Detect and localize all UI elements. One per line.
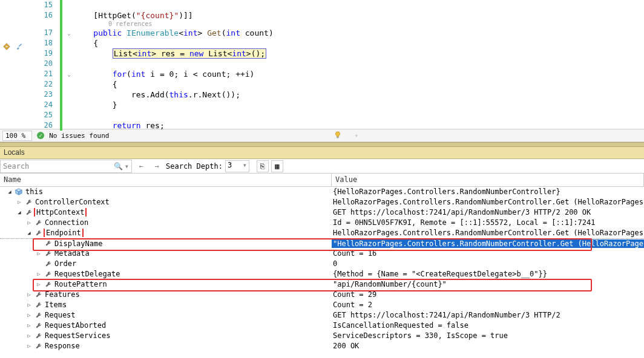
expand-toggle[interactable]: ▷ <box>25 291 33 298</box>
wrench-icon <box>34 331 42 340</box>
expand-toggle[interactable]: ▷ <box>35 250 42 257</box>
row-name: Endpoint <box>44 229 84 237</box>
locals-panel-header[interactable]: Locals <box>0 147 644 159</box>
locals-row[interactable]: ◢this{HelloRazorPages.Controllers.Random… <box>0 187 644 197</box>
wrench-icon <box>44 270 52 278</box>
toolbar-button-1[interactable]: ⎘ <box>257 160 269 172</box>
row-value: Count = 2 <box>332 301 644 309</box>
locals-row[interactable]: ▷RequestDelegate{Method = {Name = "<Crea… <box>0 269 644 279</box>
search-depth-input[interactable]: 3▾ <box>225 160 249 172</box>
row-name: ControllerContext <box>34 198 110 206</box>
column-value[interactable]: Value <box>332 174 644 186</box>
object-icon <box>15 187 23 196</box>
locals-row[interactable]: ▷RequestServicesServiceDescriptors = 330… <box>0 331 644 341</box>
row-name: Metadata <box>53 249 90 258</box>
row-name: RequestDelegate <box>53 270 120 278</box>
search-icon: 🔍 <box>114 162 123 171</box>
locals-row[interactable]: ▷RequestGET https://localhost:7241/api/R… <box>0 310 644 321</box>
expand-toggle[interactable]: ▷ <box>25 219 33 226</box>
expand-toggle[interactable]: ▷ <box>35 270 42 278</box>
wrench-icon <box>34 290 42 299</box>
toolbar-button-2[interactable]: ▦ <box>271 160 283 172</box>
expand-toggle[interactable]: ▷ <box>25 301 33 308</box>
wrench-icon <box>24 208 33 216</box>
row-name: Connection <box>44 218 88 227</box>
wrench-icon <box>44 280 52 288</box>
expand-toggle[interactable] <box>35 240 42 247</box>
panel-splitter[interactable] <box>0 142 644 147</box>
row-value: Count = 16 <box>332 249 644 258</box>
code-area[interactable]: [HttpGet("{count}")]] 0 references publi… <box>74 0 644 129</box>
locals-row[interactable]: ▷FeaturesCount = 29 <box>0 290 644 300</box>
zoom-dropdown[interactable]: 100 % <box>2 131 32 141</box>
locals-row[interactable]: ▷Response200 OK <box>0 341 644 351</box>
row-value: "HelloRazorPages.Controllers.RandomNumbe… <box>332 239 644 248</box>
wrench-icon <box>34 301 42 309</box>
expand-toggle[interactable]: ▷ <box>25 322 33 329</box>
wrench-icon <box>44 249 52 258</box>
collapse-icon[interactable]: ⌄ <box>64 28 74 38</box>
wrench-icon <box>44 239 52 248</box>
expand-toggle[interactable]: ▷ <box>25 332 33 339</box>
line-numbers: 15 16 17 18 19 20 21 22 23 24 25 26 <box>25 0 59 129</box>
search-prev-button[interactable]: ← <box>134 160 148 173</box>
locals-tree[interactable]: ◢this{HelloRazorPages.Controllers.Random… <box>0 187 644 351</box>
check-icon: ✓ <box>37 132 44 139</box>
fold-gutter[interactable]: ⌄ ⌄ <box>64 0 74 129</box>
row-value: IsCancellationRequested = false <box>332 321 644 330</box>
locals-toolbar: Search 🔍 ▾ ← → Search Depth: 3▾ ⎘ ▦ <box>0 159 644 174</box>
locals-row[interactable]: ▷MetadataCount = 16 <box>0 249 644 259</box>
locals-row[interactable]: ▷ControllerContextHelloRazorPages.Contro… <box>0 197 644 207</box>
locals-row[interactable]: DisplayName"HelloRazorPages.Controllers.… <box>0 238 644 249</box>
row-name: DisplayName <box>53 239 102 248</box>
chevron-down-icon[interactable]: ▾ <box>125 162 129 171</box>
row-name: Order <box>53 259 76 268</box>
row-value: HelloRazorPages.Controllers.RandomNumber… <box>332 198 644 206</box>
lightbulb-icon[interactable] <box>334 131 342 141</box>
wrench-icon <box>34 311 42 319</box>
row-value: 200 OK <box>332 342 644 350</box>
locals-row[interactable]: ▷ConnectionId = 0HN5LV05F7K9I, Remote = … <box>0 218 644 228</box>
expand-toggle[interactable]: ▷ <box>25 342 33 350</box>
breakpoint-marker[interactable] <box>0 41 13 51</box>
expand-toggle[interactable]: ▷ <box>35 281 42 288</box>
row-value: ServiceDescriptors = 330, IsScope = true <box>332 331 644 340</box>
locals-row[interactable]: ▷RoutePattern"api/RandomNumber/{count}" <box>0 279 644 290</box>
locals-row[interactable]: Order0 <box>0 259 644 269</box>
row-value: HelloRazorPages.Controllers.RandomNumber… <box>332 229 644 237</box>
collapse-icon[interactable]: ⌄ <box>64 69 74 79</box>
row-name: Request <box>44 311 76 319</box>
expand-toggle[interactable]: ◢ <box>16 209 23 216</box>
expand-toggle[interactable]: ◢ <box>6 188 13 195</box>
locals-grid-header[interactable]: Name Value <box>0 174 644 187</box>
expand-toggle[interactable]: ▷ <box>16 198 23 206</box>
editor-status-bar: 100 % ✓ No issues found ▾ <box>0 129 644 142</box>
row-name: RequestAborted <box>44 321 106 330</box>
search-input[interactable]: Search 🔍 ▾ <box>0 160 132 173</box>
row-name: this <box>24 187 43 196</box>
locals-row[interactable]: ◢EndpointHelloRazorPages.Controllers.Ran… <box>0 228 644 238</box>
wrench-icon <box>24 198 33 206</box>
column-name[interactable]: Name <box>0 174 332 186</box>
expand-toggle[interactable] <box>35 260 42 267</box>
codelens-refs[interactable]: 0 references <box>74 21 644 28</box>
row-value: {Method = {Name = "<CreateRequestDelegat… <box>332 270 644 278</box>
expand-toggle[interactable]: ◢ <box>25 229 33 236</box>
row-name: Features <box>44 290 80 299</box>
brush-icon <box>13 41 25 51</box>
row-name: Items <box>44 301 67 309</box>
wrench-icon <box>34 321 42 330</box>
locals-row[interactable]: ▷RequestAbortedIsCancellationRequested =… <box>0 321 644 331</box>
code-editor[interactable]: 15 16 17 18 19 20 21 22 23 24 25 26 ⌄ ⌄ … <box>0 0 644 129</box>
locals-row[interactable]: ▷ItemsCount = 2 <box>0 300 644 310</box>
row-value: "api/RandomNumber/{count}" <box>332 280 644 288</box>
svg-rect-0 <box>337 137 340 138</box>
issues-text: No issues found <box>49 132 109 140</box>
row-name: Response <box>44 342 80 350</box>
locals-row[interactable]: ◢HttpContextGET https://localhost:7241/a… <box>0 207 644 218</box>
expand-toggle[interactable]: ▷ <box>25 311 33 319</box>
row-value: GET https://localhost:7241/api/RandomNum… <box>332 208 644 216</box>
row-value: Count = 29 <box>332 290 644 299</box>
search-next-button[interactable]: → <box>150 160 163 173</box>
breakpoint-gutter[interactable] <box>0 0 13 129</box>
